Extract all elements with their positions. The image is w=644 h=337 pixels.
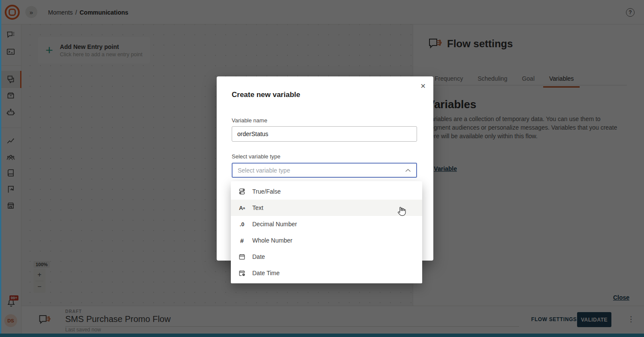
variable-name-input[interactable]	[232, 126, 417, 142]
variable-name-label: Variable name	[232, 117, 267, 124]
option-date[interactable]: Date	[231, 249, 422, 265]
option-label: Whole Number	[252, 237, 292, 244]
option-date-time[interactable]: Date Time	[231, 265, 422, 281]
decimal-icon: .0	[238, 220, 246, 228]
window-frame-bottom	[0, 334, 644, 337]
text-icon: Aa	[238, 203, 246, 212]
modal-title: Create new variable	[232, 91, 300, 99]
variable-type-dropdown: True/False Aa Text .0 Decimal Number # W…	[231, 181, 422, 283]
option-label: Text	[252, 204, 263, 211]
variable-type-select[interactable]: Select variable type	[232, 163, 417, 178]
toggle-icon	[238, 187, 246, 196]
option-label: True/False	[252, 188, 281, 195]
option-true-false[interactable]: True/False	[231, 183, 422, 200]
calendar-icon	[238, 252, 246, 261]
calendar-clock-icon	[238, 269, 246, 277]
select-placeholder: Select variable type	[238, 167, 405, 174]
variable-type-label: Select variable type	[232, 153, 280, 160]
app-screen: » Moments / Communications ?	[0, 0, 644, 337]
option-label: Date	[252, 253, 265, 260]
hash-icon: #	[238, 236, 246, 245]
option-decimal-number[interactable]: .0 Decimal Number	[231, 216, 422, 232]
option-whole-number[interactable]: # Whole Number	[231, 232, 422, 249]
chevron-up-icon	[405, 169, 411, 172]
window-frame-left	[0, 0, 1, 337]
option-label: Decimal Number	[252, 221, 297, 228]
close-icon[interactable]: ×	[419, 80, 427, 92]
option-label: Date Time	[252, 270, 280, 276]
option-text[interactable]: Aa Text	[231, 200, 422, 216]
